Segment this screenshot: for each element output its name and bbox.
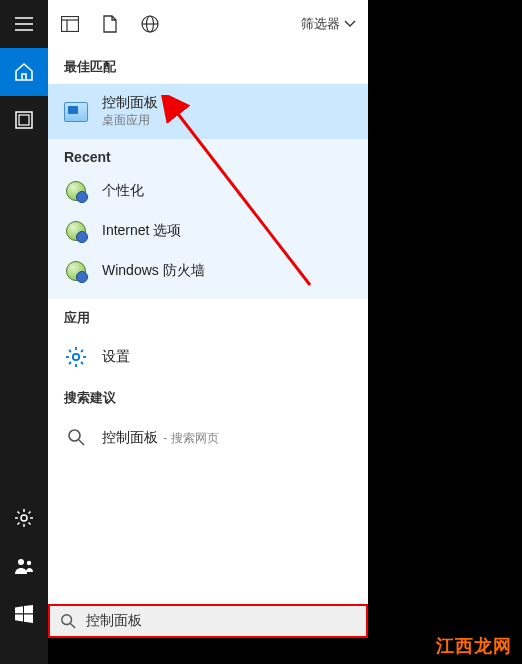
svg-line-19: [69, 362, 71, 364]
search-icon: [60, 613, 76, 629]
header-apps-icon[interactable]: [60, 14, 80, 34]
svg-point-11: [73, 354, 79, 360]
gallery-icon: [15, 111, 33, 129]
recent-label: Windows 防火墙: [102, 262, 205, 280]
svg-line-23: [71, 624, 75, 628]
svg-point-22: [62, 615, 72, 625]
svg-point-20: [69, 430, 80, 441]
globe-icon: [64, 259, 88, 283]
windows-icon: [15, 605, 33, 623]
svg-line-16: [69, 350, 71, 352]
search-icon: [64, 425, 88, 449]
svg-rect-1: [19, 115, 29, 125]
recent-personalization[interactable]: 个性化: [48, 171, 368, 211]
svg-point-3: [18, 559, 24, 565]
sidebar-people[interactable]: [0, 542, 48, 590]
sidebar-start[interactable]: [0, 590, 48, 638]
control-panel-icon: [64, 100, 88, 124]
sidebar-home[interactable]: [0, 48, 48, 96]
recent-internet-options[interactable]: Internet 选项: [48, 211, 368, 251]
recent-firewall[interactable]: Windows 防火墙: [48, 251, 368, 291]
section-best-match: 最佳匹配: [48, 48, 368, 84]
svg-point-4: [27, 561, 31, 565]
svg-point-2: [21, 515, 27, 521]
gear-icon: [14, 508, 34, 528]
recent-label: 个性化: [102, 182, 144, 200]
chevron-down-icon: [344, 20, 356, 28]
result-title: 控制面板: [102, 94, 158, 112]
sidebar-settings[interactable]: [0, 494, 48, 542]
menu-icon: [15, 17, 33, 31]
panel-header: 筛选器: [48, 0, 368, 48]
svg-rect-5: [62, 16, 79, 31]
globe-icon: [64, 219, 88, 243]
suggestion-hint: - 搜索网页: [160, 431, 219, 445]
section-apps: 应用: [48, 299, 368, 335]
svg-line-18: [81, 350, 83, 352]
app-settings[interactable]: 设置: [48, 335, 368, 379]
result-control-panel[interactable]: 控制面板 桌面应用: [48, 84, 368, 139]
recent-label: Internet 选项: [102, 222, 181, 240]
svg-line-21: [79, 440, 84, 445]
sidebar-gallery[interactable]: [0, 96, 48, 144]
section-recent: Recent: [48, 139, 368, 171]
header-document-icon[interactable]: [100, 14, 120, 34]
hamburger-menu[interactable]: [0, 0, 48, 48]
people-icon: [14, 557, 34, 575]
black-background: [368, 0, 522, 664]
settings-gear-icon: [64, 345, 88, 369]
taskbar-corner: [0, 638, 48, 664]
home-icon: [14, 62, 34, 82]
filter-label: 筛选器: [301, 15, 340, 33]
watermark: 江西龙网: [436, 634, 512, 658]
suggestion-text: 控制面板: [102, 429, 158, 445]
recent-section: Recent 个性化 Internet 选项 Windows 防火墙: [48, 139, 368, 299]
svg-line-17: [81, 362, 83, 364]
app-label: 设置: [102, 348, 130, 366]
globe-icon: [64, 179, 88, 203]
section-suggestions: 搜索建议: [48, 379, 368, 415]
search-bar[interactable]: 控制面板: [48, 604, 368, 638]
search-results-panel: 筛选器 最佳匹配 控制面板 桌面应用 Recent 个性化 Internet 选…: [48, 0, 368, 604]
search-input-value: 控制面板: [86, 612, 142, 630]
filter-button[interactable]: 筛选器: [301, 15, 356, 33]
header-web-icon[interactable]: [140, 14, 160, 34]
result-subtitle: 桌面应用: [102, 112, 158, 129]
suggestion-web-search[interactable]: 控制面板 - 搜索网页: [48, 415, 368, 459]
